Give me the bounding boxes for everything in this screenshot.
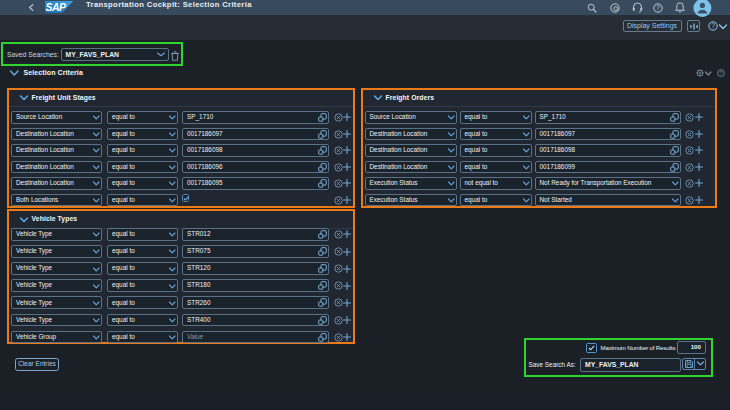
svg-text:SAP: SAP xyxy=(46,2,66,13)
svg-text:?: ? xyxy=(711,22,715,29)
svg-text:?: ? xyxy=(656,4,660,11)
svg-text:?: ? xyxy=(719,70,722,76)
